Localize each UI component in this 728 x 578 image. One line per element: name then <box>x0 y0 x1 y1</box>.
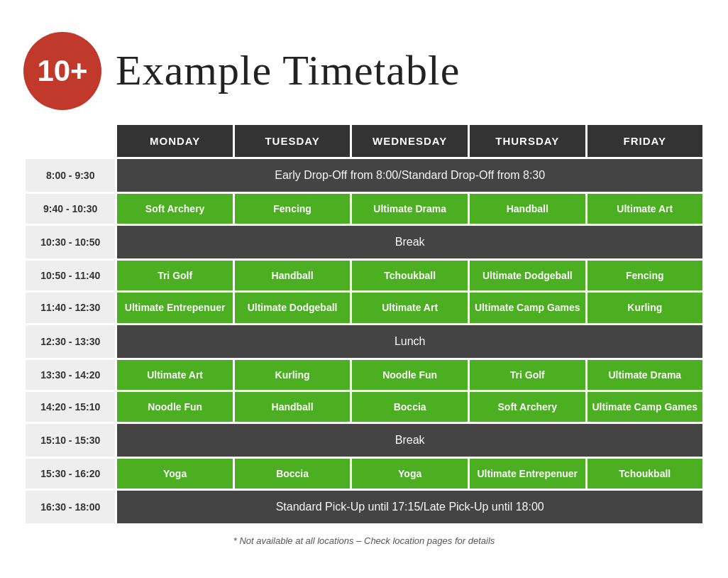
time-cell: 9:40 - 10:30 <box>25 192 116 224</box>
col-thursday: THURSDAY <box>469 124 587 158</box>
activity-cell: Boccia <box>351 391 469 422</box>
time-cell: 10:30 - 10:50 <box>25 225 116 260</box>
time-cell: 15:30 - 16:20 <box>25 457 116 489</box>
table-row: 10:50 - 11:40Tri GolfHandballTchoukballU… <box>25 260 704 292</box>
activity-cell: Noodle Fun <box>116 391 233 422</box>
table-row: 10:30 - 10:50Break <box>25 225 704 260</box>
page-title: Example Timetable <box>116 46 460 95</box>
activity-cell: Soft Archery <box>116 192 233 224</box>
col-friday: FRIDAY <box>586 124 703 158</box>
activity-cell: Ultimate Art <box>586 192 703 224</box>
table-row: 15:10 - 15:30Break <box>25 422 704 457</box>
activity-cell: Fencing <box>233 192 351 224</box>
col-monday: MONDAY <box>116 124 233 158</box>
table-row: 8:00 - 9:30Early Drop-Off from 8:00/Stan… <box>25 158 704 192</box>
activity-cell: Ultimate Camp Games <box>586 391 703 422</box>
activity-cell: Boccia <box>233 457 351 489</box>
activity-cell: Yoga <box>351 457 469 489</box>
activity-cell: Tri Golf <box>469 359 587 391</box>
activity-cell: Fencing <box>586 260 703 292</box>
table-row: 14:20 - 15:10Noodle FunHandballBocciaSof… <box>25 391 704 422</box>
activity-cell: Tri Golf <box>116 260 233 292</box>
header-row: MONDAY TUESDAY WEDNESDAY THURSDAY FRIDAY <box>25 124 704 158</box>
time-cell: 14:20 - 15:10 <box>25 391 116 422</box>
page-wrapper: 10+ Example Timetable MONDAY TUESDAY WED… <box>16 18 712 560</box>
activity-cell: Ultimate Entrepenuer <box>116 292 233 324</box>
activity-cell: Soft Archery <box>469 391 587 422</box>
span-cell: Break <box>116 225 704 260</box>
col-wednesday: WEDNESDAY <box>351 124 469 158</box>
activity-cell: Ultimate Art <box>116 359 233 391</box>
table-row: 12:30 - 13:30Lunch <box>25 324 704 359</box>
badge-text: 10+ <box>37 54 87 88</box>
timetable-body: 8:00 - 9:30Early Drop-Off from 8:00/Stan… <box>25 158 704 524</box>
table-row: 13:30 - 14:20Ultimate ArtKurlingNoodle F… <box>25 359 704 391</box>
activity-cell: Yoga <box>116 457 233 489</box>
activity-cell: Handball <box>233 391 351 422</box>
span-cell: Lunch <box>116 324 704 359</box>
table-row: 16:30 - 18:00Standard Pick-Up until 17:1… <box>25 490 704 525</box>
span-cell: Break <box>116 422 704 457</box>
activity-cell: Noodle Fun <box>351 359 469 391</box>
age-badge: 10+ <box>23 32 101 110</box>
activity-cell: Tchoukball <box>351 260 469 292</box>
time-col-header <box>25 124 116 158</box>
activity-cell: Tchoukball <box>586 457 703 489</box>
activity-cell: Handball <box>469 192 587 224</box>
footnote: * Not available at all locations – Check… <box>23 535 705 546</box>
activity-cell: Kurling <box>233 359 351 391</box>
time-cell: 15:10 - 15:30 <box>25 422 116 457</box>
time-cell: 10:50 - 11:40 <box>25 260 116 292</box>
time-cell: 12:30 - 13:30 <box>25 324 116 359</box>
time-cell: 16:30 - 18:00 <box>25 490 116 525</box>
timetable: MONDAY TUESDAY WEDNESDAY THURSDAY FRIDAY… <box>23 123 705 525</box>
col-tuesday: TUESDAY <box>233 124 351 158</box>
activity-cell: Ultimate Art <box>351 292 469 324</box>
activity-cell: Ultimate Entrepenuer <box>469 457 587 489</box>
activity-cell: Ultimate Drama <box>586 359 703 391</box>
time-cell: 11:40 - 12:30 <box>25 292 116 324</box>
time-cell: 13:30 - 14:20 <box>25 359 116 391</box>
activity-cell: Handball <box>233 260 351 292</box>
activity-cell: Ultimate Dodgeball <box>469 260 587 292</box>
table-row: 15:30 - 16:20YogaBocciaYogaUltimate Entr… <box>25 457 704 489</box>
table-row: 11:40 - 12:30Ultimate EntrepenuerUltimat… <box>25 292 704 324</box>
activity-cell: Ultimate Camp Games <box>469 292 587 324</box>
activity-cell: Ultimate Dodgeball <box>233 292 351 324</box>
activity-cell: Ultimate Drama <box>351 192 469 224</box>
span-cell: Early Drop-Off from 8:00/Standard Drop-O… <box>116 158 704 192</box>
time-cell: 8:00 - 9:30 <box>25 158 116 192</box>
span-cell: Standard Pick-Up until 17:15/Late Pick-U… <box>116 490 704 525</box>
header-area: 10+ Example Timetable <box>23 32 705 110</box>
activity-cell: Kurling <box>586 292 703 324</box>
table-row: 9:40 - 10:30Soft ArcheryFencingUltimate … <box>25 192 704 224</box>
